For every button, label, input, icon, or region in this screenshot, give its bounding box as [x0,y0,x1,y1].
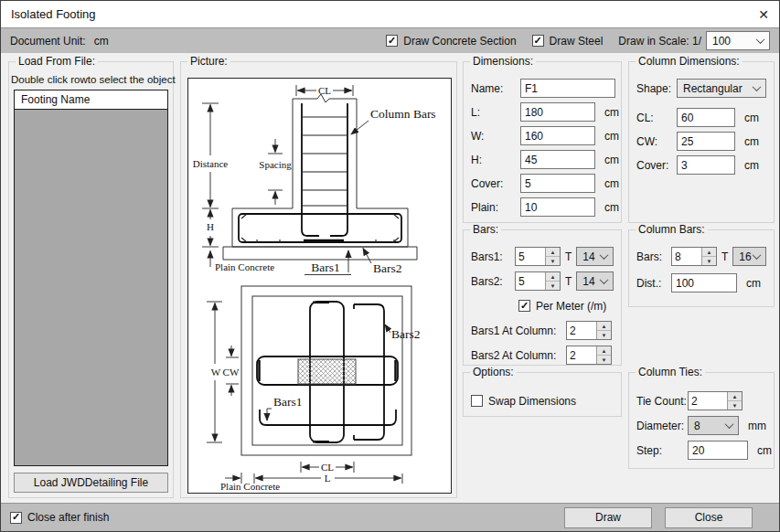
spin-up-icon[interactable]: ▲ [702,248,716,257]
section-column-bars-label: Column Bars [370,107,436,121]
document-unit-value: cm [94,35,109,48]
bars2-diameter-select[interactable]: 14 [576,271,614,291]
tie-count-label: Tie Count: [636,395,688,408]
draw-scale-value: 100 [712,35,731,48]
bars1-at-column-input[interactable] [567,322,596,339]
chevron-down-icon [753,250,762,260]
bars1-count-input[interactable] [516,248,545,265]
spin-up-icon[interactable]: ▲ [597,322,611,331]
topbar-controls: ✓ Draw Concrete Section ✓ Draw Steel Dra… [386,31,770,50]
chevron-down-icon [600,275,609,284]
column-bars-count-spinner[interactable]: ▲▼ [671,247,717,266]
column-bars-count-input[interactable] [672,248,701,265]
spin-down-icon[interactable]: ▼ [546,282,560,290]
swap-dimensions-checkbox[interactable]: ✓ Swap Dimensions [471,391,614,410]
checkbox-box[interactable]: ✓ [10,512,22,524]
unit-label: mm [748,420,766,432]
topbar: Document Unit: cm ✓ Draw Concrete Sectio… [1,27,779,53]
column-bars-group-label: Column Bars: [636,223,708,236]
spin-up-icon[interactable]: ▲ [728,392,742,401]
spin-up-icon[interactable]: ▲ [546,248,560,257]
draw-button[interactable]: Draw [564,507,652,528]
window-title: Isolated Footing [11,7,749,21]
h-field[interactable] [520,150,595,169]
checkbox-box[interactable]: ✓ [386,35,398,47]
column-bars-diameter-select[interactable]: 16 [732,247,766,266]
spin-down-icon[interactable]: ▼ [702,257,716,265]
spin-down-icon[interactable]: ▼ [597,356,611,364]
l-field[interactable] [520,102,595,122]
titlebar: Isolated Footing ✕ [1,1,779,27]
draw-scale-control: Draw in Scale: 1/ 100 [618,31,770,50]
section-bars1-label: Bars1 [311,261,340,274]
w-label: W: [471,130,520,143]
plain-field[interactable] [520,197,595,217]
check-icon: ✓ [12,512,20,522]
checkbox-box[interactable]: ✓ [518,300,530,312]
close-button[interactable]: Close [665,507,753,528]
draw-steel-checkbox[interactable]: ✓ Draw Steel [532,35,604,48]
checkbox-box[interactable]: ✓ [532,35,544,47]
bars2-count-input[interactable] [516,272,545,290]
bars1-count-spinner[interactable]: ▲▼ [515,247,561,266]
h-label: H: [471,154,520,166]
name-field[interactable] [520,79,615,98]
h-row: H: cm [471,150,614,169]
cover-field[interactable] [520,174,595,193]
bars1-at-column-spinner[interactable]: ▲▼ [566,321,612,340]
plain-row: Plain: cm [471,197,614,217]
tie-count-row: Tie Count: ▲▼ [636,391,766,410]
bars1-label: Bars1: [471,250,515,263]
plan-l-label: L [325,473,331,484]
col-cover-field[interactable] [677,155,735,175]
w-field[interactable] [520,126,595,145]
tie-count-spinner[interactable]: ▲▼ [688,391,743,410]
chevron-down-icon [600,250,609,260]
per-meter-row: ✓ Per Meter (/m) [471,296,614,315]
column-bars-group: Column Bars: Bars: ▲▼ T 16 Dist.: [628,229,775,307]
footing-list[interactable]: Footing Name [14,90,168,466]
checkbox-box[interactable]: ✓ [471,395,483,407]
dist-field[interactable] [671,273,737,293]
draw-concrete-section-checkbox[interactable]: ✓ Draw Concrete Section [386,35,516,48]
tie-diameter-select[interactable]: 8 [688,416,739,435]
tie-step-field[interactable] [688,441,748,460]
col-cw-field[interactable] [677,132,735,151]
col-cl-field[interactable] [677,108,735,127]
bars2-count-spinner[interactable]: ▲▼ [515,271,561,291]
load-jwd-detailing-file-button[interactable]: Load JWDDetailing File [14,473,168,493]
per-meter-checkbox[interactable]: ✓ Per Meter (/m) [518,300,606,313]
plan-bars1-label: Bars1 [273,395,303,409]
spin-down-icon[interactable]: ▼ [728,401,742,410]
bars2-at-column-spinner[interactable]: ▲▼ [566,346,612,365]
spin-up-icon[interactable]: ▲ [546,272,560,282]
col-cw-row: CW: cm [636,132,766,151]
section-plain-concrete-label: Plain Concrete [215,261,274,272]
spin-down-icon[interactable]: ▼ [546,257,560,265]
dimensions-group-label: Dimensions: [470,55,536,68]
footing-list-header[interactable]: Footing Name [15,90,167,110]
close-icon[interactable]: ✕ [749,7,769,22]
w-row: W: cm [471,126,614,145]
name-row: Name: [471,79,614,98]
unit-label: cm [604,130,619,143]
bars1-diameter-select[interactable]: 14 [576,247,614,266]
bars1-diameter-value: 14 [582,250,594,263]
draw-steel-label: Draw Steel [550,35,604,48]
bars2-at-column-input[interactable] [567,346,596,364]
tie-count-input[interactable] [689,392,727,410]
section-distance-label: Distance [193,158,229,169]
close-after-finish-checkbox[interactable]: ✓ Close after finish [10,511,109,524]
bars1-row: Bars1: ▲▼ T 14 [471,247,614,266]
chevron-down-icon [756,35,765,44]
footing-drawing-svg: CL [188,79,451,493]
t-label: T [565,250,572,263]
footing-diagram: CL [187,78,452,494]
draw-scale-select[interactable]: 100 [706,31,770,50]
spin-down-icon[interactable]: ▼ [597,331,611,339]
unit-label: cm [604,177,619,190]
tie-step-row: Step: cm [636,441,766,460]
spin-up-icon[interactable]: ▲ [597,346,611,356]
shape-select[interactable]: Rectangular [677,79,766,98]
bars1-at-column-row: Bars1 At Column: ▲▼ [471,321,614,340]
